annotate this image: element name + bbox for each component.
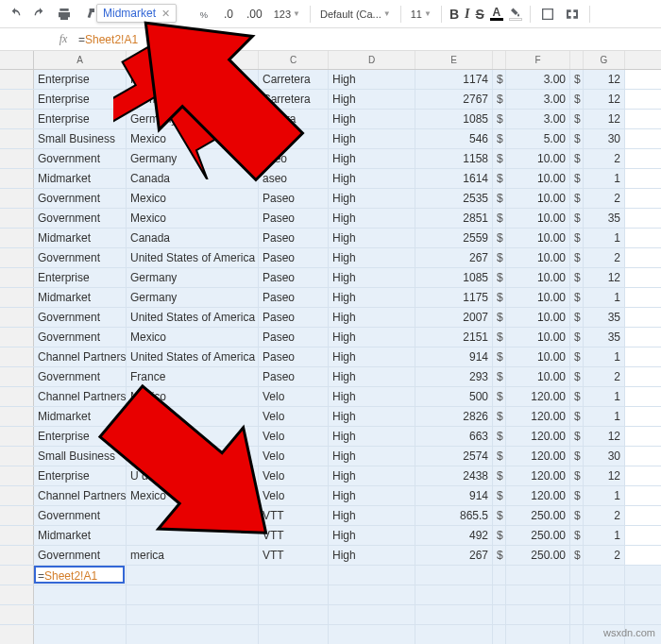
cell[interactable]: $ <box>493 189 506 208</box>
cell[interactable]: High <box>329 90 415 109</box>
cell[interactable]: 10.00 <box>506 248 570 267</box>
cell[interactable]: 5.00 <box>506 129 570 148</box>
table-row[interactable] <box>0 605 661 625</box>
cell[interactable]: Government <box>34 149 127 168</box>
cell[interactable]: $ <box>493 288 506 307</box>
cell[interactable]: Enterprise <box>34 70 127 89</box>
cell[interactable]: 35 <box>584 308 625 327</box>
cell[interactable]: Mexico <box>127 209 259 228</box>
cell[interactable]: 865.5 <box>415 506 493 525</box>
cell[interactable]: Channel Partners <box>34 486 127 505</box>
table-row[interactable] <box>0 625 661 644</box>
cell[interactable]: 663 <box>415 427 493 446</box>
cell[interactable]: Midmarket <box>34 407 127 426</box>
cell[interactable]: $ <box>570 387 584 406</box>
cell[interactable]: Enterprise <box>34 268 127 287</box>
cell[interactable]: 10.00 <box>506 367 570 386</box>
borders-button[interactable] <box>538 5 557 24</box>
cell[interactable]: High <box>329 328 415 347</box>
cell[interactable]: High <box>329 149 415 168</box>
cell[interactable]: High <box>329 189 415 208</box>
table-row[interactable]: GovernmentMexicoPaseoHigh2151$10.00$35 <box>0 328 661 347</box>
cell[interactable]: Paseo <box>259 268 329 287</box>
cell[interactable]: Government <box>34 367 127 386</box>
cell[interactable]: Paseo <box>259 347 329 366</box>
row-header[interactable] <box>0 447 34 466</box>
cell[interactable]: Government <box>34 209 127 228</box>
cell[interactable]: 12 <box>584 90 625 109</box>
cell[interactable]: Paseo <box>259 189 329 208</box>
cell[interactable]: Midmarket <box>34 288 127 307</box>
table-row[interactable]: GovernmentFrancePaseoHigh293$10.00$2 <box>0 367 661 387</box>
cell[interactable]: 12 <box>584 427 625 446</box>
cell[interactable]: 1614 <box>415 169 493 188</box>
cell[interactable]: Mexico <box>127 328 259 347</box>
cell[interactable]: Carretera <box>259 70 329 89</box>
cell[interactable]: 12 <box>584 70 625 89</box>
cell[interactable]: $ <box>493 328 506 347</box>
italic-button[interactable]: I <box>465 8 469 21</box>
bold-button[interactable]: B <box>449 8 459 21</box>
table-row[interactable]: GovernmentmericaVTTHigh267$250.00$2 <box>0 546 661 566</box>
number-format-dropdown[interactable]: 123▼ <box>272 8 302 20</box>
table-row[interactable]: GovernmentVTTHigh865.5$250.00$2 <box>0 506 661 526</box>
cell[interactable]: High <box>329 506 415 525</box>
cell[interactable]: 2438 <box>415 466 493 485</box>
cell[interactable]: 30 <box>584 129 625 148</box>
cell[interactable]: Midmarket <box>34 526 127 545</box>
increase-decimal-button[interactable]: .00 <box>243 8 266 21</box>
cell[interactable]: 120.00 <box>506 447 570 466</box>
cell[interactable]: $ <box>570 149 584 168</box>
cell[interactable]: $ <box>493 546 506 565</box>
cell[interactable]: 250.00 <box>506 546 570 565</box>
cell[interactable]: 35 <box>584 209 625 228</box>
row-header[interactable] <box>0 268 34 287</box>
cell[interactable]: $ <box>493 110 506 128</box>
cell[interactable]: Paseo <box>259 288 329 307</box>
cell[interactable]: 2851 <box>415 209 493 228</box>
cell[interactable]: Paseo <box>259 328 329 347</box>
table-row[interactable]: MidmarketGermanyPaseoHigh1175$10.00$1 <box>0 288 661 308</box>
cell[interactable]: $ <box>570 268 584 287</box>
cell[interactable]: 35 <box>584 328 625 347</box>
cell[interactable]: Germany <box>127 110 259 128</box>
table-row[interactable]: EnterpriseGermanyrreteraHigh1085$3.00$12 <box>0 110 661 129</box>
cell[interactable]: Canada <box>127 229 259 247</box>
col-header[interactable]: G <box>584 51 625 69</box>
cell[interactable]: High <box>329 427 415 446</box>
cell[interactable]: 1 <box>584 387 625 406</box>
cell[interactable]: 3.00 <box>506 110 570 128</box>
cell[interactable]: $ <box>493 70 506 89</box>
table-row[interactable]: Channel PartnersUnited States of America… <box>0 347 661 367</box>
cell[interactable]: Paseo <box>259 308 329 327</box>
cell[interactable]: U d Stat <box>127 466 259 485</box>
cell[interactable]: Germany <box>127 90 259 109</box>
cell[interactable]: 1 <box>584 169 625 188</box>
cell[interactable]: 1 <box>584 229 625 247</box>
table-row[interactable]: EnterpriseFranceVeloHigh663$120.00$12 <box>0 427 661 447</box>
table-row[interactable]: Small BusinessUnited States of caVeloHig… <box>0 447 661 466</box>
cell[interactable]: Government <box>34 506 127 525</box>
cell[interactable]: $ <box>570 129 584 148</box>
cell[interactable]: High <box>329 347 415 366</box>
col-header[interactable]: E <box>415 51 493 69</box>
row-header[interactable] <box>0 308 34 327</box>
cell[interactable]: $ <box>570 347 584 366</box>
cell[interactable]: 10.00 <box>506 288 570 307</box>
cell[interactable]: Carretera <box>259 90 329 109</box>
cell[interactable]: United States of America <box>127 248 259 267</box>
cell[interactable]: High <box>329 367 415 386</box>
cell[interactable]: High <box>329 308 415 327</box>
cell[interactable]: 267 <box>415 248 493 267</box>
cell[interactable]: France <box>127 407 259 426</box>
cell[interactable]: High <box>329 288 415 307</box>
row-header[interactable] <box>0 427 34 446</box>
col-header[interactable] <box>493 51 506 69</box>
cell[interactable]: $ <box>493 367 506 386</box>
cell[interactable]: $ <box>493 229 506 247</box>
cell[interactable]: High <box>329 129 415 148</box>
row-header[interactable] <box>0 169 34 188</box>
cell[interactable]: 10.00 <box>506 189 570 208</box>
cell[interactable]: High <box>329 447 415 466</box>
cell[interactable]: $ <box>493 407 506 426</box>
